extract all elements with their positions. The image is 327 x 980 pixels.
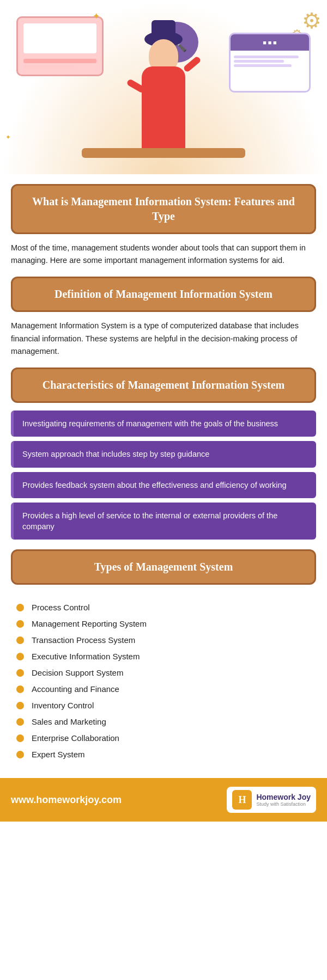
main-content: What is Management Information System: F… bbox=[0, 184, 327, 773]
footer-url[interactable]: www.homeworkjoy.com bbox=[11, 794, 122, 806]
type-text-2: Management Reporting System bbox=[32, 618, 147, 629]
intro-paragraph: Most of the time, management students wo… bbox=[11, 242, 316, 267]
logo-icon: H bbox=[232, 790, 252, 810]
char-text-1: Investigating requirements of management… bbox=[22, 419, 278, 428]
definition-header-text: Definition of Management Information Sys… bbox=[23, 287, 304, 302]
hero-section: ⚙ ⚙ ✦ ✦ 🔍 ■ ■ ■ bbox=[0, 0, 327, 174]
type-text-6: Accounting and Finance bbox=[32, 683, 119, 695]
char-text-4: Provides a high level of service to the … bbox=[22, 511, 277, 531]
screen-right-content bbox=[231, 51, 309, 72]
body bbox=[142, 66, 185, 148]
bullet-icon-10 bbox=[16, 751, 24, 758]
type-text-9: Enterprise Collaboration bbox=[32, 732, 119, 744]
char-item-2: System approach that includes step by st… bbox=[11, 441, 316, 467]
type-text-8: Sales and Marketing bbox=[32, 716, 106, 727]
screen-line-3 bbox=[234, 64, 292, 67]
char-item-4: Provides a high level of service to the … bbox=[11, 503, 316, 540]
footer-logo: H Homework Joy Study with Satisfaction bbox=[227, 787, 316, 813]
bullet-icon-2 bbox=[16, 620, 24, 628]
types-header: Types of Management System bbox=[11, 549, 316, 585]
char-item-3: Provides feedback system about the effec… bbox=[11, 472, 316, 498]
characteristics-header: Characteristics of Management Informatio… bbox=[11, 367, 316, 403]
screen-left-content bbox=[23, 23, 96, 53]
bullet-icon-8 bbox=[16, 718, 24, 726]
list-item: Sales and Marketing bbox=[16, 716, 316, 727]
star-icon-2: ✦ bbox=[5, 133, 11, 142]
list-item: Decision Support System bbox=[16, 667, 316, 678]
screen-line-1 bbox=[234, 56, 299, 58]
bullet-icon-4 bbox=[16, 653, 24, 660]
char-text-3: Provides feedback system about the effec… bbox=[22, 481, 287, 489]
type-text-10: Expert System bbox=[32, 749, 85, 760]
list-item: Transaction Process System bbox=[16, 634, 316, 646]
characteristics-list: Investigating requirements of management… bbox=[11, 411, 316, 540]
definition-header: Definition of Management Information Sys… bbox=[11, 277, 316, 312]
definition-body: Management Information System is a type … bbox=[11, 320, 316, 358]
bullet-icon-3 bbox=[16, 636, 24, 644]
screen-line-2 bbox=[234, 60, 284, 63]
characteristics-header-text: Characteristics of Management Informatio… bbox=[23, 378, 304, 393]
hero-person bbox=[131, 23, 196, 148]
main-title-header: What is Management Information System: F… bbox=[11, 184, 316, 234]
logo-text-block: Homework Joy Study with Satisfaction bbox=[256, 793, 311, 807]
gear-icon-large: ⚙ bbox=[302, 8, 322, 34]
bullet-icon-1 bbox=[16, 604, 24, 611]
char-text-2: System approach that includes step by st… bbox=[22, 450, 209, 458]
type-text-4: Executive Information System bbox=[32, 651, 140, 662]
list-item: Executive Information System bbox=[16, 651, 316, 662]
char-item-1: Investigating requirements of management… bbox=[11, 411, 316, 437]
bullet-icon-5 bbox=[16, 669, 24, 677]
hero-screen-left bbox=[16, 16, 104, 76]
bullet-icon-7 bbox=[16, 702, 24, 709]
logo-main-text: Homework Joy bbox=[256, 793, 311, 801]
type-text-1: Process Control bbox=[32, 602, 90, 613]
type-text-5: Decision Support System bbox=[32, 667, 123, 678]
bullet-icon-9 bbox=[16, 734, 24, 742]
hero-screen-right: ■ ■ ■ bbox=[229, 33, 311, 93]
bullet-icon-6 bbox=[16, 685, 24, 693]
star-icon-1: ✦ bbox=[93, 11, 100, 21]
footer: www.homeworkjoy.com H Homework Joy Study… bbox=[0, 778, 327, 822]
list-item: Accounting and Finance bbox=[16, 683, 316, 695]
list-item: Process Control bbox=[16, 602, 316, 613]
list-item: Expert System bbox=[16, 749, 316, 760]
logo-sub-text: Study with Satisfaction bbox=[256, 801, 311, 807]
main-title-text: What is Management Information System: F… bbox=[23, 194, 304, 224]
types-header-text: Types of Management System bbox=[23, 560, 304, 574]
list-item: Inventory Control bbox=[16, 700, 316, 711]
screen-right-header: ■ ■ ■ bbox=[231, 34, 309, 51]
list-item: Enterprise Collaboration bbox=[16, 732, 316, 744]
list-item: Management Reporting System bbox=[16, 618, 316, 629]
type-text-3: Transaction Process System bbox=[32, 634, 135, 646]
type-text-7: Inventory Control bbox=[32, 700, 94, 711]
screen-right-header-text: ■ ■ ■ bbox=[263, 39, 276, 46]
hero-desk bbox=[82, 148, 245, 158]
types-list: Process Control Management Reporting Sys… bbox=[11, 592, 316, 773]
